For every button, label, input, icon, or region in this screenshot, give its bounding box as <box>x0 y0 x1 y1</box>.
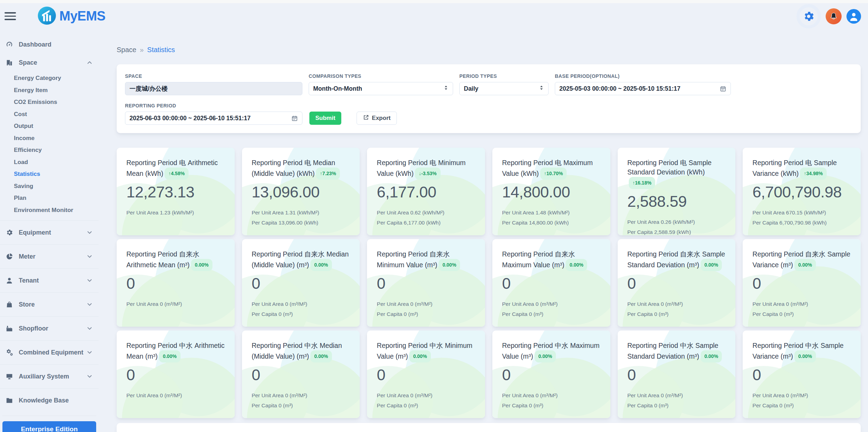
stat-card: Reporting Period 电 Arithmetic Mean (kWh)… <box>117 148 235 235</box>
stat-card: Reporting Period 中水 Minimum Value (m³)0.… <box>367 331 485 418</box>
stat-card: Reporting Period 自来水 Minimum Value (m³)0… <box>367 239 485 327</box>
card-subline: Per Unit Area 0 (m³/M²) <box>126 299 226 309</box>
sidebar-subitem-energy-category[interactable]: Energy Category <box>0 72 99 84</box>
card-subline: Per Unit Area 1.31 (kWh/M²) <box>252 207 352 218</box>
card-value: 0 <box>627 275 727 293</box>
base-period-input[interactable]: 2025-05-03 00:00:00 ~ 2025-05-10 15:51:1… <box>555 82 731 95</box>
comparison-types-label: COMPARISON TYPES <box>309 73 453 79</box>
sidebar-item-dashboard[interactable]: Dashboard <box>0 35 99 54</box>
sidebar-item-tenant[interactable]: Tenant <box>0 269 99 292</box>
calendar-icon[interactable] <box>720 85 726 92</box>
stat-card: Reporting Period 中水 Median (Middle Value… <box>242 331 360 418</box>
sidebar-item-shopfloor[interactable]: Shopfloor <box>0 317 99 340</box>
period-types-label: PERIOD TYPES <box>459 73 549 79</box>
space-label: SPACE <box>125 73 302 79</box>
settings-gear-button[interactable] <box>796 4 821 28</box>
comparison-types-select[interactable]: Month-On-Month <box>309 82 453 95</box>
hamburger-menu-button[interactable] <box>5 11 17 22</box>
breadcrumb: Space » Statistics <box>117 46 861 54</box>
change-badge: 0.00% <box>439 259 460 271</box>
sidebar-subitem-output[interactable]: Output <box>0 120 99 132</box>
card-subline: Per Unit Area 0 (m³/M²) <box>627 299 727 309</box>
base-period-label: BASE PERIOD(OPTIONAL) <box>555 73 731 79</box>
card-subline: Per Unit Area 0 (m³/M²) <box>502 390 602 400</box>
stat-cards-grid: Reporting Period 电 Arithmetic Mean (kWh)… <box>117 148 861 418</box>
change-badge: 0.00% <box>409 350 431 362</box>
sidebar-subitem-load[interactable]: Load <box>0 156 99 169</box>
user-avatar-button[interactable] <box>846 9 861 24</box>
sidebar-item-equipment[interactable]: Equipment <box>0 221 99 244</box>
notifications-bell-button[interactable] <box>826 8 842 24</box>
enterprise-edition-button[interactable]: Enterprise Edition <box>2 421 96 432</box>
change-badge: 0.00% <box>310 350 332 362</box>
sidebar-subitem-environment-monitor[interactable]: Environment Monitor <box>0 204 99 217</box>
card-subline: Per Capita 13,096.00 (kWh) <box>252 218 352 228</box>
card-sublines: Per Unit Area 0 (m³/M²)Per Capita 0 (m³) <box>377 299 477 319</box>
card-subline: Per Unit Area 1.23 (kWh/M²) <box>126 207 226 218</box>
brand-logo[interactable]: MyEMS <box>38 7 106 26</box>
change-badge: 0.00% <box>191 259 212 271</box>
card-sublines: Per Unit Area 0 (m³/M²) <box>126 390 226 400</box>
card-sublines: Per Unit Area 0 (m³/M²)Per Capita 0 (m³) <box>752 390 852 410</box>
sidebar-item-knowledge-base[interactable]: Knowledge Base <box>0 389 99 412</box>
window-top-strip <box>0 0 868 3</box>
sidebar-subitem-saving[interactable]: Saving <box>0 180 99 193</box>
card-value: 0 <box>502 275 602 293</box>
reporting-period-label: REPORTING PERIOD <box>125 103 302 108</box>
stat-card: Reporting Period 电 Minimum Value (kWh)↓-… <box>367 148 485 235</box>
breadcrumb-parent[interactable]: Space <box>117 46 136 54</box>
change-badge: 0.00% <box>535 350 556 362</box>
card-value: 0 <box>126 366 226 384</box>
change-badge: ↓-3.53% <box>415 168 440 180</box>
card-title: Reporting Period 自来水 Maximum Value (m³) <box>502 250 575 269</box>
sidebar-item-auxiliary-system[interactable]: Auxiliary System <box>0 365 99 388</box>
card-subline: Per Unit Area 0 (m³/M²) <box>377 390 477 400</box>
sidebar-item-meter[interactable]: Meter <box>0 245 99 268</box>
sidebar-subitem-income[interactable]: Income <box>0 132 99 145</box>
stat-card: Reporting Period 电 Median (Middle Value)… <box>242 148 360 235</box>
sidebar-subitem-plan[interactable]: Plan <box>0 192 99 204</box>
sidebar-subitem-co2-emissions[interactable]: CO2 Emissions <box>0 96 99 108</box>
sidebar-item-space[interactable]: Space <box>0 54 99 72</box>
export-button[interactable]: Export <box>357 112 397 125</box>
select-arrows-icon <box>539 85 544 92</box>
sidebar-subitem-energy-item[interactable]: Energy Item <box>0 84 99 97</box>
reporting-period-input[interactable]: 2025-06-03 00:00:00 ~ 2025-06-10 15:51:1… <box>125 112 302 125</box>
card-sublines: Per Unit Area 0 (m³/M²) <box>126 299 226 309</box>
card-title: Reporting Period 自来水 Median (Middle Valu… <box>252 250 349 269</box>
card-subline: Per Unit Area 670.15 (kWh/M²) <box>752 207 852 218</box>
card-subline: Per Unit Area 0.26 (kWh/M²) <box>627 217 727 227</box>
card-sublines: Per Unit Area 0 (m³/M²)Per Capita 0 (m³) <box>627 299 727 319</box>
card-subline: Per Unit Area 0 (m³/M²) <box>627 390 727 400</box>
myems-logo-icon <box>38 7 56 26</box>
sidebar-subitem-statistics[interactable]: Statistics <box>0 168 99 180</box>
change-badge: 0.00% <box>310 259 332 271</box>
card-sublines: Per Unit Area 0 (m³/M²)Per Capita 0 (m³) <box>252 390 352 410</box>
card-value: 0 <box>126 275 226 293</box>
stat-card: Reporting Period 电 Sample Variance (kWh)… <box>743 148 861 235</box>
card-subline: Per Unit Area 0 (m³/M²) <box>252 390 352 400</box>
card-sublines: Per Unit Area 0.26 (kWh/M²)Per Capita 2,… <box>627 217 727 235</box>
card-value: 0 <box>252 366 352 384</box>
card-value: 0 <box>377 275 477 293</box>
calendar-icon[interactable] <box>291 115 298 122</box>
card-subline: Per Capita 0 (m³) <box>752 400 852 410</box>
period-types-select[interactable]: Daily <box>459 82 549 95</box>
card-subline: Per Unit Area 0 (m³/M²) <box>126 390 226 400</box>
sidebar-subitem-cost[interactable]: Cost <box>0 108 99 121</box>
sidebar-item-store[interactable]: Store <box>0 293 99 316</box>
card-sublines: Per Unit Area 1.23 (kWh/M²) <box>126 207 226 218</box>
bag-icon <box>5 301 14 308</box>
card-subline: Per Unit Area 0 (m³/M²) <box>252 299 352 309</box>
card-sublines: Per Unit Area 0 (m³/M²)Per Capita 0 (m³) <box>252 299 352 319</box>
submit-button[interactable]: Submit <box>309 112 341 125</box>
card-sublines: Per Unit Area 0 (m³/M²)Per Capita 0 (m³) <box>502 390 602 410</box>
sidebar-item-combined-equipment[interactable]: Combined Equipment <box>0 341 99 364</box>
space-input[interactable] <box>125 82 302 95</box>
card-value: 0 <box>377 366 477 384</box>
monitor-icon <box>5 373 14 380</box>
sidebar-nav: Dashboard Space Energy CategoryEnergy It… <box>0 28 99 432</box>
card-sublines: Per Unit Area 670.15 (kWh/M²)Per Capita … <box>752 207 852 228</box>
sidebar-subitem-efficiency[interactable]: Efficiency <box>0 144 99 156</box>
card-subline: Per Capita 0 (m³) <box>377 309 477 319</box>
